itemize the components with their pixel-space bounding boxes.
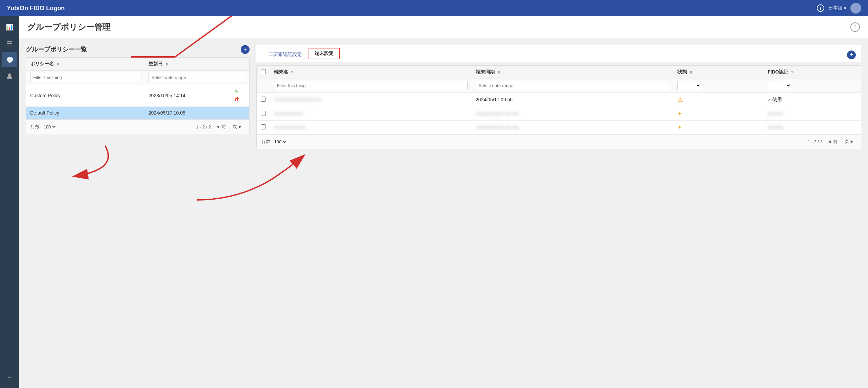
left-filter-row	[26, 71, 249, 84]
sidebar-item-toggle[interactable]: ↔	[2, 370, 17, 385]
policy-name-selected: Default Policy	[26, 107, 144, 119]
sidebar-item-list[interactable]	[2, 36, 17, 51]
filter-device-name-cell	[270, 79, 472, 93]
svg-rect-2	[7, 45, 12, 45]
filter-device-name-input[interactable]	[274, 81, 468, 90]
right-table-footer: 行数: 100 50 25 1 - 3 / 3 ◄ 前 次 ►	[257, 134, 861, 149]
row1-sync-date: 2024/05/17 09:50	[472, 93, 673, 107]
tab-device-settings-wrapper: 端末設定	[309, 48, 340, 62]
tab-device-settings[interactable]: 端末設定	[309, 48, 340, 59]
sidebar-item-user[interactable]	[2, 68, 17, 83]
right-row-count: 行数: 100 50 25	[261, 139, 287, 145]
language-selector[interactable]: 日本語 ▾	[828, 5, 846, 11]
prev-page-button[interactable]: ◄ 前	[214, 123, 228, 130]
row3-checkbox[interactable]	[261, 124, 266, 129]
filter-name-input[interactable]	[30, 73, 140, 82]
page-title-bar: グループポリシー管理 ?	[19, 16, 868, 38]
filter-device-date-input[interactable]	[476, 81, 669, 90]
right-panel-add-wrapper: +	[847, 50, 856, 59]
svg-rect-0	[7, 41, 12, 42]
row1-name-blurred: XXXXXXXXXXXXXXX	[274, 97, 321, 102]
warning-icon: ⚠	[677, 96, 683, 103]
row3-status: ✦	[673, 121, 764, 134]
right-row-count-select[interactable]: 100 50 25	[273, 139, 287, 145]
page-title: グループポリシー管理	[27, 22, 111, 33]
fido-sort[interactable]: ⇅	[791, 70, 794, 74]
col-policy-name: ポリシー名 ⇅	[26, 58, 144, 71]
table-row: XXXXXXXXXXXXXXX 2024/05/17 09:50 ⚠ 未使用	[257, 93, 861, 107]
avatar[interactable]	[850, 3, 861, 14]
action-cell-selected: -	[229, 107, 249, 119]
left-panel-title: グループポリシー一覧	[26, 45, 87, 54]
row3-name-blurred: XXXXXXXXXX	[274, 125, 305, 130]
table-row-selected[interactable]: Default Policy 2024/05/17 10:05 -	[26, 107, 249, 119]
layout: 📊 ↔ グループポリシー管理 ? グループポリシー一覧 +	[0, 16, 868, 388]
help-icon[interactable]: ?	[850, 22, 860, 32]
filter-date-cell	[144, 71, 249, 84]
info-icon[interactable]: i	[817, 4, 824, 12]
filter-fido-cell: -	[764, 79, 861, 93]
next-page-button[interactable]: 次 ►	[231, 123, 244, 130]
row1-checkbox[interactable]	[261, 97, 266, 102]
select-all-checkbox[interactable]	[261, 69, 266, 74]
filter-checkbox-cell	[257, 79, 270, 93]
sidebar-bottom: ↔	[2, 370, 17, 385]
filter-status-cell: -	[673, 79, 764, 93]
row2-sync-date: XXXX/XX/XX XX:XX	[472, 107, 673, 121]
col-device-sync: 端末同期 ⇅	[472, 66, 673, 79]
right-panel: 二要素認証設定 端末設定 +	[256, 45, 861, 149]
row1-checkbox-cell	[257, 93, 270, 107]
right-table: 端末名 ⇅ 端末同期 ⇅ 状態 ⇅	[257, 66, 861, 134]
pagination: 1 - 2 / 2 ◄ 前 次 ►	[196, 123, 244, 130]
policy-date-cell: 2023/10/05 14:14	[144, 84, 229, 107]
sidebar: 📊 ↔	[0, 16, 19, 388]
right-filter-row: - -	[257, 79, 861, 93]
add-device-button[interactable]: +	[847, 50, 856, 59]
tab-two-factor[interactable]: 二要素認証設定	[262, 48, 309, 62]
row2-fido-blurred: XXXXX	[768, 111, 784, 117]
right-prev-page-button[interactable]: ◄ 前	[825, 138, 839, 145]
table-row: XXXXXXXXX XXXX/XX/XX XX:XX ✦	[257, 107, 861, 121]
add-policy-button[interactable]: +	[241, 45, 250, 54]
top-header: YubiOn FIDO Logon i 日本語 ▾	[0, 0, 868, 16]
edit-button[interactable]: ✎	[233, 88, 240, 96]
row-count: 行数: 100 50 25	[31, 124, 57, 130]
row3-fido-blurred: XXXXX	[768, 125, 784, 130]
right-pagination: 1 - 3 / 3 ◄ 前 次 ►	[808, 138, 856, 145]
left-table-footer: 行数: 100 50 25 1 - 2 / 2 ◄ 前 次 ►	[26, 119, 249, 134]
sort-arrows-date[interactable]: ⇅	[165, 62, 168, 66]
filter-status-select[interactable]: -	[677, 81, 701, 90]
right-pagination-info: 1 - 3 / 3	[808, 139, 823, 144]
row2-checkbox[interactable]	[261, 111, 266, 116]
sidebar-item-chart[interactable]: 📊	[2, 20, 17, 35]
row2-name-blurred: XXXXXXXXX	[274, 111, 302, 117]
sort-arrows-name[interactable]: ⇅	[57, 62, 59, 66]
policy-date-selected: 2024/05/17 10:05	[144, 107, 229, 119]
delete-button[interactable]: 🗑	[233, 96, 241, 103]
left-table: ポリシー名 ⇅ 更新日 ⇅	[26, 58, 249, 119]
panels: グループポリシー一覧 + ポリシー名 ⇅ 更新日	[26, 45, 861, 149]
row2-date-blurred: XXXX/XX/XX XX:XX	[476, 111, 519, 117]
row1-fido: 未使用	[764, 93, 861, 107]
right-next-page-button[interactable]: 次 ►	[842, 138, 856, 145]
filter-date-input[interactable]	[149, 73, 245, 82]
status-sort[interactable]: ⇅	[690, 70, 692, 74]
right-header-row: 端末名 ⇅ 端末同期 ⇅ 状態 ⇅	[257, 66, 861, 79]
row-count-label: 行数:	[31, 124, 41, 130]
row-count-select[interactable]: 100 50 25	[42, 124, 57, 130]
sidebar-item-shield[interactable]	[2, 52, 17, 67]
row3-device-name: XXXXXXXXXX	[270, 121, 472, 134]
row1-device-name: XXXXXXXXXXXXXXX	[270, 93, 472, 107]
pagination-info: 1 - 2 / 2	[196, 124, 211, 129]
device-sync-sort[interactable]: ⇅	[497, 70, 500, 74]
filter-fido-select[interactable]: -	[768, 81, 791, 90]
row1-status: ⚠	[673, 93, 764, 107]
row3-fido: XXXXX	[764, 121, 861, 134]
app-title: YubiOn FIDO Logon	[7, 5, 65, 12]
svg-rect-1	[7, 43, 12, 44]
device-name-sort[interactable]: ⇅	[291, 70, 294, 74]
table-row: Custom Policy 2023/10/05 14:14 ✎ 🗑	[26, 84, 249, 107]
right-row-count-label: 行数:	[261, 139, 272, 145]
right-panel-inner: 二要素認証設定 端末設定 +	[256, 45, 861, 149]
right-table-container: 端末名 ⇅ 端末同期 ⇅ 状態 ⇅	[256, 65, 861, 149]
